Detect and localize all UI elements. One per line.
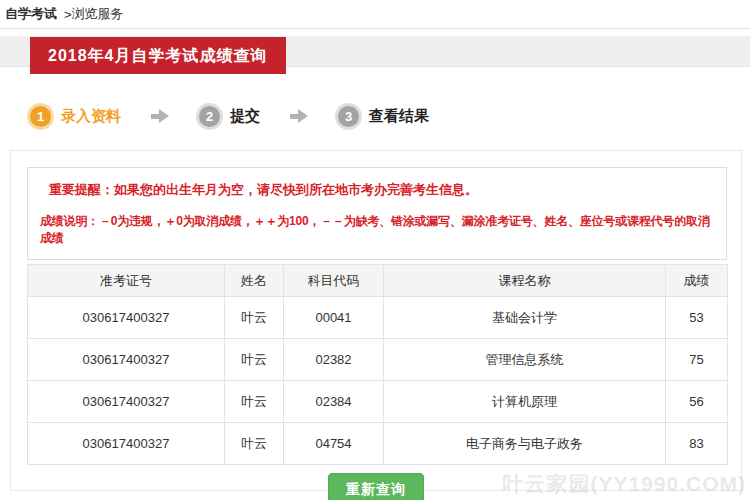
cell-score: 53 bbox=[666, 297, 728, 339]
cell-ticket: 030617400327 bbox=[28, 381, 225, 423]
step-3-number-badge: 3 bbox=[338, 106, 359, 127]
cell-score: 56 bbox=[666, 381, 728, 423]
page-title: 2018年4月自学考试成绩查询 bbox=[30, 37, 286, 74]
step-1-enter-info: 1 录入资料 bbox=[30, 106, 121, 127]
message-box: 重要提醒：如果您的出生年月为空，请尽快到所在地市考办完善考生信息。 成绩说明：－… bbox=[27, 167, 727, 260]
step-2-submit: 2 提交 bbox=[199, 106, 260, 127]
table-row: 030617400327 叶云 02382 管理信息系统 75 bbox=[28, 339, 728, 381]
cell-name: 叶云 bbox=[225, 339, 284, 381]
cell-name: 叶云 bbox=[225, 423, 284, 465]
cell-course-name: 管理信息系统 bbox=[384, 339, 666, 381]
cell-name: 叶云 bbox=[225, 297, 284, 339]
button-row: 重新查询 bbox=[11, 473, 741, 500]
col-header-course-name: 课程名称 bbox=[384, 265, 666, 297]
score-explanation-text: 成绩说明：－0为违规，＋0为取消成绩，＋＋为100，－－为缺考、错涂或漏写、漏涂… bbox=[40, 213, 714, 247]
page: 自学考试 >浏览服务 2018年4月自学考试成绩查询 1 录入资料 2 提交 3… bbox=[0, 0, 750, 500]
breadcrumb: 自学考试 >浏览服务 bbox=[0, 0, 750, 29]
breadcrumb-separator: > bbox=[64, 7, 72, 22]
step-3-label: 查看结果 bbox=[369, 107, 429, 126]
table-row: 030617400327 叶云 04754 电子商务与电子政务 83 bbox=[28, 423, 728, 465]
table-header-row: 准考证号 姓名 科目代码 课程名称 成绩 bbox=[28, 265, 728, 297]
results-card: 重要提醒：如果您的出生年月为空，请尽快到所在地市考办完善考生信息。 成绩说明：－… bbox=[10, 150, 742, 491]
step-2-number-badge: 2 bbox=[199, 106, 220, 127]
breadcrumb-root-link[interactable]: 自学考试 bbox=[5, 5, 57, 23]
cell-subject-code: 04754 bbox=[284, 423, 384, 465]
wizard-steps: 1 录入资料 2 提交 3 查看结果 bbox=[30, 100, 429, 132]
col-header-name: 姓名 bbox=[225, 265, 284, 297]
arrow-right-icon bbox=[290, 109, 308, 123]
table-row: 030617400327 叶云 00041 基础会计学 53 bbox=[28, 297, 728, 339]
cell-name: 叶云 bbox=[225, 381, 284, 423]
cell-subject-code: 02382 bbox=[284, 339, 384, 381]
table-row: 030617400327 叶云 02384 计算机原理 56 bbox=[28, 381, 728, 423]
cell-ticket: 030617400327 bbox=[28, 297, 225, 339]
cell-subject-code: 02384 bbox=[284, 381, 384, 423]
col-header-score: 成绩 bbox=[666, 265, 728, 297]
step-1-label: 录入资料 bbox=[61, 107, 121, 126]
requery-button[interactable]: 重新查询 bbox=[328, 473, 424, 500]
cell-ticket: 030617400327 bbox=[28, 423, 225, 465]
col-header-subject-code: 科目代码 bbox=[284, 265, 384, 297]
col-header-admission-ticket: 准考证号 bbox=[28, 265, 225, 297]
cell-subject-code: 00041 bbox=[284, 297, 384, 339]
cell-course-name: 电子商务与电子政务 bbox=[384, 423, 666, 465]
cell-score: 83 bbox=[666, 423, 728, 465]
cell-score: 75 bbox=[666, 339, 728, 381]
cell-ticket: 030617400327 bbox=[28, 339, 225, 381]
scores-table: 准考证号 姓名 科目代码 课程名称 成绩 030617400327 叶云 000… bbox=[27, 264, 728, 465]
cell-course-name: 计算机原理 bbox=[384, 381, 666, 423]
breadcrumb-current-link[interactable]: 浏览服务 bbox=[72, 5, 124, 23]
step-1-number-badge: 1 bbox=[30, 106, 51, 127]
step-3-view-results: 3 查看结果 bbox=[338, 106, 429, 127]
cell-course-name: 基础会计学 bbox=[384, 297, 666, 339]
arrow-right-icon bbox=[151, 109, 169, 123]
important-notice-text: 重要提醒：如果您的出生年月为空，请尽快到所在地市考办完善考生信息。 bbox=[49, 181, 714, 199]
step-2-label: 提交 bbox=[230, 107, 260, 126]
